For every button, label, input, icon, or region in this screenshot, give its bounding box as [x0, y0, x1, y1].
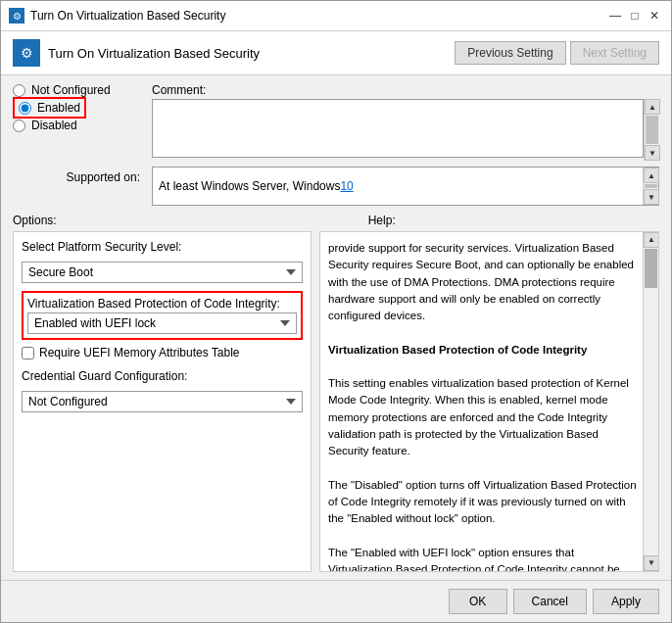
- enabled-label: Enabled: [37, 101, 80, 115]
- disabled-row[interactable]: Disabled: [13, 119, 140, 132]
- enabled-radio[interactable]: [19, 102, 31, 115]
- not-configured-radio[interactable]: [13, 84, 25, 97]
- vbs-outlined-section: Virtualization Based Protection of Code …: [22, 291, 303, 340]
- bottom-buttons: OK Cancel Apply: [1, 580, 671, 622]
- help-scrollbar: ▲ ▼: [643, 232, 658, 571]
- main-content: Not Configured Enabled Disabled Comment:…: [1, 75, 671, 580]
- help-scroll-thumb: [645, 249, 657, 288]
- comment-column: Comment: ▲ ▼: [152, 83, 659, 161]
- scroll-down-btn[interactable]: ▼: [645, 145, 660, 161]
- close-button[interactable]: ✕: [646, 7, 663, 24]
- options-panel: Select Platform Security Level: Secure B…: [13, 231, 312, 572]
- supported-scrollbar: ▲ ▼: [643, 168, 658, 205]
- supported-scroll-thumb: [645, 184, 657, 188]
- header-title: ⚙ Turn On Virtualization Based Security: [13, 39, 260, 67]
- supported-scroll-down[interactable]: ▼: [644, 189, 659, 205]
- options-help-label-row: Options: Help:: [13, 214, 659, 227]
- header-buttons: Previous Setting Next Setting: [455, 41, 659, 65]
- comment-scrollbar: ▲ ▼: [644, 99, 659, 161]
- credential-guard-dropdown[interactable]: Not Configured Enabled with UEFI lock En…: [22, 391, 303, 412]
- header-icon: ⚙: [13, 39, 40, 67]
- radio-column: Not Configured Enabled Disabled: [13, 83, 140, 161]
- comment-label: Comment:: [152, 83, 659, 97]
- not-configured-row[interactable]: Not Configured: [13, 83, 140, 97]
- enabled-row[interactable]: Enabled: [13, 97, 86, 119]
- ok-button[interactable]: OK: [449, 589, 507, 614]
- help-scroll-down[interactable]: ▼: [644, 555, 659, 571]
- supported-text: At least Windows Server, Windows: [159, 179, 340, 193]
- uefi-checkbox-row[interactable]: Require UEFI Memory Attributes Table: [22, 346, 303, 359]
- title-bar-left: ⚙ Turn On Virtualization Based Security: [9, 8, 225, 24]
- disabled-label: Disabled: [31, 119, 77, 132]
- platform-security-dropdown[interactable]: Secure Boot Secure Boot and DMA Protecti…: [22, 262, 303, 283]
- minimize-button[interactable]: —: [606, 7, 624, 24]
- comment-textarea[interactable]: [152, 99, 644, 158]
- help-scroll-up[interactable]: ▲: [644, 232, 659, 248]
- title-bar: ⚙ Turn On Virtualization Based Security …: [1, 1, 671, 31]
- disabled-radio[interactable]: [13, 120, 25, 132]
- help-scroll-space: [644, 289, 658, 555]
- uefi-checkbox-label: Require UEFI Memory Attributes Table: [39, 346, 240, 359]
- scroll-up-btn[interactable]: ▲: [645, 99, 660, 115]
- main-window: ⚙ Turn On Virtualization Based Security …: [0, 0, 672, 623]
- maximize-button[interactable]: □: [626, 7, 644, 24]
- title-bar-controls: — □ ✕: [606, 7, 663, 24]
- vbs-help-heading: Virtualization Based Protection of Code …: [328, 344, 587, 356]
- not-configured-label: Not Configured: [31, 83, 111, 97]
- platform-security-label: Select Platform Security Level:: [22, 240, 303, 254]
- vbs-dropdown[interactable]: Disabled Enabled without lock Enabled wi…: [27, 312, 297, 334]
- supported-link[interactable]: 10: [340, 179, 353, 193]
- help-panel: provide support for security services. V…: [319, 231, 659, 572]
- header-title-text: Turn On Virtualization Based Security: [48, 46, 260, 61]
- top-area: Not Configured Enabled Disabled Comment:…: [13, 83, 659, 161]
- window-icon: ⚙: [9, 8, 24, 24]
- uefi-checkbox[interactable]: [22, 347, 34, 359]
- help-text: provide support for security services. V…: [328, 240, 639, 572]
- supported-label: Supported on:: [13, 167, 140, 184]
- header-bar: ⚙ Turn On Virtualization Based Security …: [1, 31, 671, 75]
- supported-box: At least Windows Server, Windows 10 ▲ ▼: [152, 167, 659, 206]
- apply-button[interactable]: Apply: [593, 589, 659, 614]
- supported-scroll-up[interactable]: ▲: [644, 168, 659, 183]
- next-setting-button[interactable]: Next Setting: [570, 41, 659, 65]
- window-title: Turn On Virtualization Based Security: [30, 9, 225, 23]
- cancel-button[interactable]: Cancel: [513, 589, 587, 614]
- scroll-thumb: [646, 116, 658, 144]
- previous-setting-button[interactable]: Previous Setting: [455, 41, 565, 65]
- options-help-row: Select Platform Security Level: Secure B…: [13, 231, 659, 572]
- help-label: Help:: [368, 214, 659, 227]
- credential-guard-label: Credential Guard Configuration:: [22, 369, 303, 383]
- supported-row: Supported on: At least Windows Server, W…: [13, 167, 659, 206]
- vbs-label: Virtualization Based Protection of Code …: [27, 297, 297, 311]
- options-label: Options:: [13, 214, 57, 227]
